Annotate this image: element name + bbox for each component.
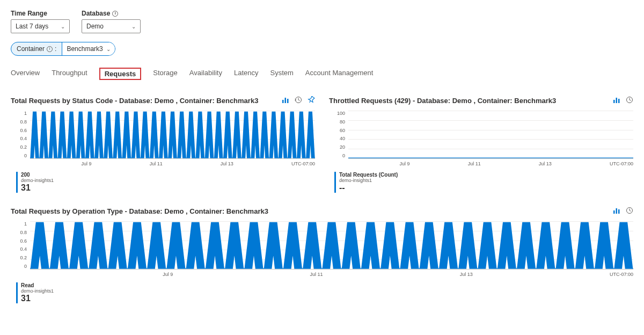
tab-system[interactable]: System <box>270 68 294 80</box>
chart1-toolbar <box>282 96 315 105</box>
time-range-value: Last 7 days <box>16 23 48 30</box>
time-range-filter: Time Range Last 7 days ⌄ <box>11 10 70 33</box>
container-pill[interactable]: Container i : Benchmark3 ⌄ <box>11 42 115 56</box>
time-range-label: Time Range <box>11 10 70 17</box>
svg-rect-4 <box>613 100 615 103</box>
database-value: Demo <box>86 23 104 30</box>
chevron-down-icon: ⌄ <box>106 46 111 52</box>
chart3-toolbar <box>613 207 633 216</box>
bar-chart-icon[interactable] <box>613 207 620 216</box>
bar-chart-icon[interactable] <box>613 96 620 105</box>
history-icon[interactable] <box>295 96 302 105</box>
chart1-legend: 200 demo-insights1 31 <box>16 172 315 193</box>
chart1-plot-area <box>30 111 315 159</box>
tab-account-management[interactable]: Account Management <box>305 68 373 80</box>
bar-chart-icon[interactable] <box>282 96 289 105</box>
chart3-legend: Read demo-insights1 31 <box>16 282 633 303</box>
chart-operation-type: Total Requests by Operation Type - Datab… <box>11 207 633 303</box>
svg-rect-10 <box>618 209 620 214</box>
tabs: Overview Throughput Requests Storage Ava… <box>11 68 633 80</box>
svg-rect-8 <box>613 210 615 214</box>
tab-latency[interactable]: Latency <box>234 68 259 80</box>
info-icon[interactable]: i <box>47 46 53 52</box>
chart2-title: Throttled Requests (429) - Database: Dem… <box>329 97 556 105</box>
chart3-plot-area <box>30 221 633 270</box>
chart2-legend-item: Total Requests (Count) demo-insights1 -- <box>334 172 398 193</box>
tab-throughput[interactable]: Throughput <box>52 68 87 80</box>
history-icon[interactable] <box>626 96 633 105</box>
tab-storage[interactable]: Storage <box>153 68 178 80</box>
chart3-plot: 1 0.8 0.6 0.4 0.2 0 Jul 9 Jul 11 Jul 13 … <box>11 221 633 277</box>
chevron-down-icon: ⌄ <box>61 24 65 30</box>
tab-overview[interactable]: Overview <box>11 68 40 80</box>
chart-throttled: Throttled Requests (429) - Database: Dem… <box>329 96 633 193</box>
svg-rect-6 <box>618 99 620 103</box>
chart3-x-axis: Jul 9 Jul 11 Jul 13 UTC-07:00 <box>30 270 633 277</box>
database-label: Database i <box>82 10 141 17</box>
chart2-x-axis: Jul 9 Jul 11 Jul 13 UTC-07:00 <box>348 159 633 166</box>
history-icon[interactable] <box>626 207 633 216</box>
chart2-plot-area <box>348 111 633 159</box>
svg-rect-9 <box>616 208 618 214</box>
chart2-series <box>348 111 633 158</box>
chart2-toolbar <box>613 96 633 105</box>
chart2-plot: 100 80 60 40 20 0 Jul 9 Jul 11 Jul <box>329 111 633 166</box>
tab-requests[interactable]: Requests <box>99 68 142 80</box>
chart1-series <box>30 111 315 158</box>
svg-rect-5 <box>616 98 618 103</box>
filters-row: Time Range Last 7 days ⌄ Database i Demo… <box>11 10 633 33</box>
svg-rect-0 <box>282 100 284 103</box>
container-value: Benchmark3 <box>67 45 103 53</box>
chart3-legend-item: Read demo-insights1 31 <box>16 282 54 303</box>
info-icon[interactable]: i <box>112 11 118 17</box>
pin-icon[interactable] <box>308 96 315 105</box>
chevron-down-icon: ⌄ <box>131 24 136 30</box>
chart1-plot: 1 0.8 0.6 0.4 0.2 0 Jul 9 Jul 11 Jul 13 … <box>11 111 315 166</box>
time-range-select[interactable]: Last 7 days ⌄ <box>11 19 70 33</box>
tab-availability[interactable]: Availability <box>189 68 222 80</box>
chart1-x-axis: Jul 9 Jul 11 Jul 13 UTC-07:00 <box>30 159 315 166</box>
container-pill-label: Container i : <box>11 45 62 53</box>
svg-rect-1 <box>285 98 287 103</box>
chart2-y-axis: 100 80 60 40 20 0 <box>329 111 347 159</box>
chart1-title: Total Requests by Status Code - Database… <box>11 97 258 105</box>
chart3-title: Total Requests by Operation Type - Datab… <box>11 207 268 215</box>
chart1-legend-item: 200 demo-insights1 31 <box>16 172 54 193</box>
chart3-y-axis: 1 0.8 0.6 0.4 0.2 0 <box>11 221 29 270</box>
container-pill-row: Container i : Benchmark3 ⌄ <box>11 42 633 56</box>
chart1-y-axis: 1 0.8 0.6 0.4 0.2 0 <box>11 111 29 159</box>
charts-top-row: Total Requests by Status Code - Database… <box>11 96 633 193</box>
chart-status-code: Total Requests by Status Code - Database… <box>11 96 315 193</box>
chart3-series <box>30 221 633 269</box>
svg-rect-2 <box>287 99 289 103</box>
chart2-legend: Total Requests (Count) demo-insights1 -- <box>334 172 633 193</box>
container-pill-select[interactable]: Benchmark3 ⌄ <box>62 42 114 55</box>
database-select[interactable]: Demo ⌄ <box>82 19 141 33</box>
database-filter: Database i Demo ⌄ <box>82 10 141 33</box>
